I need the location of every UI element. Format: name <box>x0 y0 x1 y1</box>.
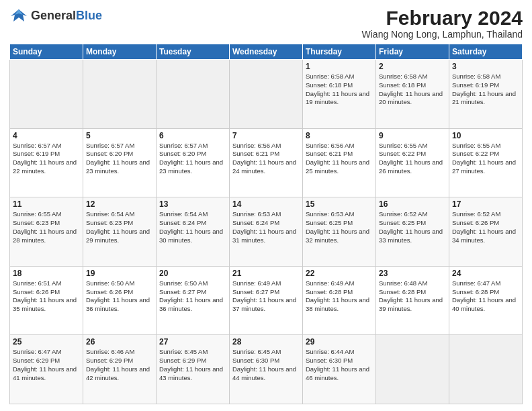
day-info: Sunrise: 6:55 AM Sunset: 6:22 PM Dayligh… <box>379 142 446 176</box>
calendar-cell <box>230 60 303 129</box>
weekday-header-row: SundayMondayTuesdayWednesdayThursdayFrid… <box>10 44 523 60</box>
calendar-cell: 4Sunrise: 6:57 AM Sunset: 6:19 PM Daylig… <box>10 128 83 197</box>
day-info: Sunrise: 6:53 AM Sunset: 6:24 PM Dayligh… <box>232 210 300 244</box>
day-info: Sunrise: 6:47 AM Sunset: 6:29 PM Dayligh… <box>13 348 80 382</box>
logo: GeneralBlue <box>9 7 102 26</box>
calendar-cell: 28Sunrise: 6:45 AM Sunset: 6:30 PM Dayli… <box>230 335 303 404</box>
calendar-cell: 2Sunrise: 6:58 AM Sunset: 6:18 PM Daylig… <box>376 60 449 129</box>
calendar-cell <box>157 60 230 129</box>
calendar-cell: 21Sunrise: 6:49 AM Sunset: 6:27 PM Dayli… <box>230 266 303 335</box>
calendar-cell: 11Sunrise: 6:55 AM Sunset: 6:23 PM Dayli… <box>10 197 83 267</box>
calendar-cell: 23Sunrise: 6:48 AM Sunset: 6:28 PM Dayli… <box>376 266 449 335</box>
day-info: Sunrise: 6:58 AM Sunset: 6:18 PM Dayligh… <box>379 73 446 107</box>
day-number: 24 <box>452 269 519 278</box>
calendar-subtitle: Wiang Nong Long, Lamphun, Thailand <box>362 29 523 40</box>
calendar-cell: 18Sunrise: 6:51 AM Sunset: 6:26 PM Dayli… <box>10 266 83 335</box>
calendar-cell: 26Sunrise: 6:46 AM Sunset: 6:29 PM Dayli… <box>83 335 157 404</box>
day-info: Sunrise: 6:58 AM Sunset: 6:18 PM Dayligh… <box>306 73 373 107</box>
calendar-cell <box>449 335 523 404</box>
calendar-week-3: 11Sunrise: 6:55 AM Sunset: 6:23 PM Dayli… <box>10 197 523 267</box>
day-number: 19 <box>86 269 153 278</box>
day-number: 6 <box>159 131 226 140</box>
weekday-header-tuesday: Tuesday <box>157 44 230 60</box>
day-number: 10 <box>452 131 519 140</box>
calendar-week-4: 18Sunrise: 6:51 AM Sunset: 6:26 PM Dayli… <box>10 266 523 335</box>
day-number: 12 <box>86 199 153 209</box>
logo-general-text: General <box>31 9 76 22</box>
calendar-cell: 12Sunrise: 6:54 AM Sunset: 6:23 PM Dayli… <box>83 197 157 267</box>
day-info: Sunrise: 6:55 AM Sunset: 6:23 PM Dayligh… <box>13 210 80 244</box>
day-number: 22 <box>306 269 373 278</box>
calendar-cell <box>83 60 157 129</box>
day-number: 8 <box>306 131 373 140</box>
calendar-cell: 3Sunrise: 6:58 AM Sunset: 6:19 PM Daylig… <box>449 60 523 129</box>
day-number: 27 <box>159 337 226 347</box>
day-number: 21 <box>232 269 300 278</box>
calendar-cell: 15Sunrise: 6:53 AM Sunset: 6:25 PM Dayli… <box>303 197 376 267</box>
day-number: 17 <box>452 199 519 209</box>
calendar-cell <box>376 335 449 404</box>
calendar-cell: 9Sunrise: 6:55 AM Sunset: 6:22 PM Daylig… <box>376 128 449 197</box>
calendar-title: February 2024 <box>362 7 523 29</box>
calendar-table: SundayMondayTuesdayWednesdayThursdayFrid… <box>9 44 523 404</box>
weekday-header-thursday: Thursday <box>303 44 376 60</box>
calendar-cell: 13Sunrise: 6:54 AM Sunset: 6:24 PM Dayli… <box>157 197 230 267</box>
calendar-cell: 16Sunrise: 6:52 AM Sunset: 6:25 PM Dayli… <box>376 197 449 267</box>
day-info: Sunrise: 6:54 AM Sunset: 6:23 PM Dayligh… <box>86 210 153 244</box>
title-block: February 2024 Wiang Nong Long, Lamphun, … <box>362 7 523 40</box>
day-info: Sunrise: 6:58 AM Sunset: 6:19 PM Dayligh… <box>452 73 519 107</box>
day-number: 16 <box>379 199 446 209</box>
day-info: Sunrise: 6:57 AM Sunset: 6:20 PM Dayligh… <box>86 142 153 176</box>
day-number: 14 <box>232 199 300 209</box>
calendar-cell: 25Sunrise: 6:47 AM Sunset: 6:29 PM Dayli… <box>10 335 83 404</box>
weekday-header-friday: Friday <box>376 44 449 60</box>
day-number: 18 <box>13 269 80 278</box>
weekday-header-saturday: Saturday <box>449 44 523 60</box>
day-info: Sunrise: 6:49 AM Sunset: 6:28 PM Dayligh… <box>306 279 373 314</box>
day-info: Sunrise: 6:52 AM Sunset: 6:25 PM Dayligh… <box>379 210 446 244</box>
calendar-week-5: 25Sunrise: 6:47 AM Sunset: 6:29 PM Dayli… <box>10 335 523 404</box>
calendar-cell: 10Sunrise: 6:55 AM Sunset: 6:22 PM Dayli… <box>449 128 523 197</box>
calendar-cell: 27Sunrise: 6:45 AM Sunset: 6:29 PM Dayli… <box>157 335 230 404</box>
calendar-cell: 6Sunrise: 6:57 AM Sunset: 6:20 PM Daylig… <box>157 128 230 197</box>
day-number: 20 <box>159 269 226 278</box>
calendar-cell <box>10 60 83 129</box>
calendar-cell: 5Sunrise: 6:57 AM Sunset: 6:20 PM Daylig… <box>83 128 157 197</box>
day-info: Sunrise: 6:46 AM Sunset: 6:29 PM Dayligh… <box>86 348 153 382</box>
day-info: Sunrise: 6:55 AM Sunset: 6:22 PM Dayligh… <box>452 142 519 176</box>
day-number: 15 <box>306 199 373 209</box>
day-info: Sunrise: 6:56 AM Sunset: 6:21 PM Dayligh… <box>306 142 373 176</box>
day-info: Sunrise: 6:50 AM Sunset: 6:26 PM Dayligh… <box>86 279 153 314</box>
day-info: Sunrise: 6:45 AM Sunset: 6:29 PM Dayligh… <box>159 348 226 382</box>
logo-text: GeneralBlue <box>31 9 102 23</box>
calendar-cell: 8Sunrise: 6:56 AM Sunset: 6:21 PM Daylig… <box>303 128 376 197</box>
calendar-cell: 1Sunrise: 6:58 AM Sunset: 6:18 PM Daylig… <box>303 60 376 129</box>
calendar-week-2: 4Sunrise: 6:57 AM Sunset: 6:19 PM Daylig… <box>10 128 523 197</box>
calendar-cell: 24Sunrise: 6:47 AM Sunset: 6:28 PM Dayli… <box>449 266 523 335</box>
day-number: 5 <box>86 131 153 140</box>
day-info: Sunrise: 6:53 AM Sunset: 6:25 PM Dayligh… <box>306 210 373 244</box>
day-number: 7 <box>232 131 300 140</box>
day-info: Sunrise: 6:54 AM Sunset: 6:24 PM Dayligh… <box>159 210 226 244</box>
logo-blue-text: Blue <box>76 9 102 22</box>
calendar-cell: 17Sunrise: 6:52 AM Sunset: 6:26 PM Dayli… <box>449 197 523 267</box>
day-number: 23 <box>379 269 446 278</box>
logo-bird-icon <box>9 7 28 26</box>
calendar-cell: 29Sunrise: 6:44 AM Sunset: 6:30 PM Dayli… <box>303 335 376 404</box>
calendar-cell: 14Sunrise: 6:53 AM Sunset: 6:24 PM Dayli… <box>230 197 303 267</box>
day-info: Sunrise: 6:45 AM Sunset: 6:30 PM Dayligh… <box>232 348 300 382</box>
calendar-cell: 22Sunrise: 6:49 AM Sunset: 6:28 PM Dayli… <box>303 266 376 335</box>
day-number: 3 <box>452 62 519 71</box>
day-info: Sunrise: 6:48 AM Sunset: 6:28 PM Dayligh… <box>379 279 446 314</box>
day-info: Sunrise: 6:56 AM Sunset: 6:21 PM Dayligh… <box>232 142 300 176</box>
page: GeneralBlue February 2024 Wiang Nong Lon… <box>0 0 532 411</box>
header: GeneralBlue February 2024 Wiang Nong Lon… <box>9 7 523 40</box>
calendar-cell: 20Sunrise: 6:50 AM Sunset: 6:27 PM Dayli… <box>157 266 230 335</box>
day-number: 11 <box>13 199 80 209</box>
weekday-header-monday: Monday <box>83 44 157 60</box>
day-info: Sunrise: 6:47 AM Sunset: 6:28 PM Dayligh… <box>452 279 519 314</box>
day-number: 1 <box>306 62 373 71</box>
day-number: 28 <box>232 337 300 347</box>
day-info: Sunrise: 6:49 AM Sunset: 6:27 PM Dayligh… <box>232 279 300 314</box>
weekday-header-wednesday: Wednesday <box>230 44 303 60</box>
